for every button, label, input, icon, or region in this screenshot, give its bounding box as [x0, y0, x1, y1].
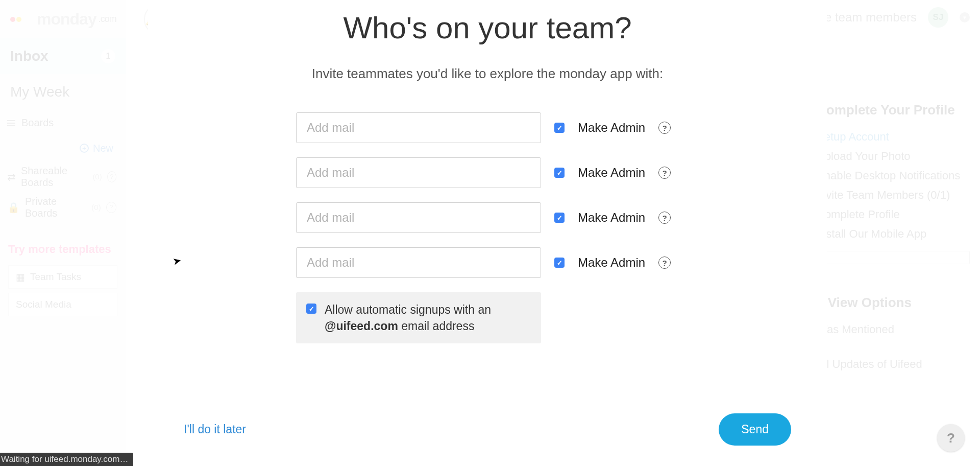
make-admin-label: Make Admin: [578, 166, 645, 180]
later-button[interactable]: I'll do it later: [184, 423, 246, 436]
sidebar: monday.com 🔔 Inbox 1 My Week Boards + Ne…: [0, 0, 126, 466]
help-icon[interactable]: ?: [658, 212, 671, 224]
inbox-badge: 1: [101, 49, 115, 63]
invite-row: ✓ Make Admin ?: [245, 202, 730, 233]
template-item-label: Team Tasks: [30, 271, 81, 283]
auto-signup-box: ✓ Allow automatic signups with an @uifee…: [296, 292, 541, 343]
view-options-panel: x View Options Was Mentioned All Updates…: [817, 295, 970, 371]
make-admin-checkbox[interactable]: ✓: [554, 258, 565, 268]
make-admin-checkbox[interactable]: ✓: [554, 123, 565, 133]
auto-signup-checkbox[interactable]: ✓: [306, 304, 316, 314]
template-item[interactable]: ▦ Team Tasks: [8, 265, 117, 289]
view-option-item[interactable]: All Updates of Uifeed: [817, 358, 970, 371]
profile-item[interactable]: Install Our Mobile App: [817, 227, 970, 241]
board-icon: ▦: [16, 271, 25, 283]
templates-title: Try more templates: [8, 243, 117, 256]
templates-box: Try more templates ▦ Team Tasks Social M…: [8, 243, 117, 316]
view-option-item[interactable]: Was Mentioned: [817, 323, 970, 336]
logo-icon: [10, 17, 21, 22]
nav-private-count: (0): [91, 203, 101, 212]
nav-shareable-count: (0): [92, 172, 102, 181]
profile-item[interactable]: Invite Team Members (0/1): [817, 189, 970, 202]
modal-title: Who's on your team?: [245, 10, 730, 45]
profile-panel: Complete Your Profile Setup Account Uplo…: [817, 102, 970, 377]
invite-row: ✓ Make Admin ?: [245, 112, 730, 143]
template-item-label: Social Media: [16, 299, 71, 310]
make-admin-checkbox[interactable]: ✓: [554, 213, 565, 223]
hamburger-icon: [7, 120, 15, 126]
nav-private-label: Private Boards: [25, 196, 86, 219]
make-admin-label: Make Admin: [578, 211, 645, 225]
email-field[interactable]: [296, 247, 541, 278]
send-button[interactable]: Send: [719, 413, 791, 446]
help-icon[interactable]: ?: [658, 257, 671, 269]
logo-text: monday.com: [37, 10, 116, 29]
help-icon[interactable]: ?: [107, 171, 116, 182]
lock-icon: 🔒: [7, 201, 20, 214]
plus-icon: +: [80, 144, 89, 153]
profile-item[interactable]: Complete Profile: [817, 208, 970, 221]
modal-subtitle: Invite teammates you'd like to explore t…: [245, 66, 730, 82]
topbar-right: Invite team members SJ ▾: [802, 7, 970, 28]
view-options-title: x View Options: [817, 295, 970, 311]
nav-inbox[interactable]: Inbox 1: [0, 38, 126, 74]
modal-footer: I'll do it later Send: [148, 413, 827, 446]
nav-shareable-label: Shareable Boards: [21, 165, 87, 189]
nav-boards-label: Boards: [21, 117, 54, 129]
make-admin-label: Make Admin: [578, 121, 645, 135]
template-item[interactable]: Social Media: [8, 293, 117, 316]
make-admin-label: Make Admin: [578, 255, 645, 270]
email-field[interactable]: [296, 112, 541, 143]
profile-item[interactable]: Upload Your Photo: [817, 150, 970, 163]
share-icon: ⇄: [7, 171, 16, 183]
email-field[interactable]: [296, 157, 541, 188]
profile-progress: [817, 251, 970, 264]
help-icon[interactable]: ?: [658, 167, 671, 179]
logo-row: monday.com 🔔: [0, 0, 126, 38]
help-icon[interactable]: ?: [106, 202, 116, 213]
help-fab[interactable]: ?: [937, 424, 965, 452]
make-admin-checkbox[interactable]: ✓: [554, 168, 565, 178]
auto-signup-text: Allow automatic signups with an @uifeed.…: [325, 301, 531, 334]
invite-row: ✓ Make Admin ?: [245, 157, 730, 188]
help-icon[interactable]: ?: [658, 122, 671, 134]
nav-shareable-boards[interactable]: ⇄ Shareable Boards (0) ?: [0, 161, 126, 192]
nav-new-label: New: [93, 143, 113, 154]
avatar[interactable]: SJ: [928, 7, 948, 28]
nav-private-boards[interactable]: 🔒 Private Boards (0) ?: [0, 192, 126, 222]
profile-title: Complete Your Profile: [817, 102, 970, 118]
chevron-down-icon[interactable]: ▾: [960, 12, 970, 22]
invite-modal: Who's on your team? Invite teammates you…: [148, 0, 827, 466]
browser-status-bar: Waiting for uifeed.monday.com…: [0, 453, 133, 466]
nav-myweek[interactable]: My Week: [0, 74, 126, 110]
email-field[interactable]: [296, 202, 541, 233]
profile-item[interactable]: Setup Account: [817, 130, 970, 144]
nav-myweek-label: My Week: [10, 84, 69, 100]
nav-inbox-label: Inbox: [10, 48, 48, 64]
invite-row: ✓ Make Admin ?: [245, 247, 730, 278]
nav-new[interactable]: + New: [0, 135, 126, 161]
nav-boards[interactable]: Boards: [0, 110, 126, 135]
profile-item[interactable]: Enable Desktop Notifications: [817, 169, 970, 182]
